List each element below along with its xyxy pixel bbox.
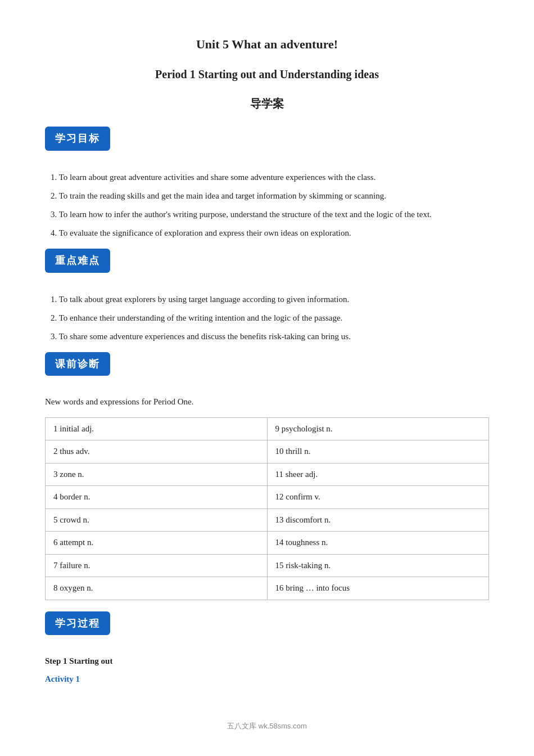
table-row: 1 initial adj.9 psychologist n.: [46, 417, 489, 440]
table-row: 6 attempt n.14 toughness n.: [46, 532, 489, 555]
objective-3: 3. To learn how to infer the author's wr…: [51, 207, 489, 222]
table-row: 7 failure n.15 risk-taking n.: [46, 554, 489, 577]
table-row: 2 thus adv.10 thrill n.: [46, 440, 489, 464]
table-row: 5 crowd n.13 discomfort n.: [46, 508, 489, 532]
sub-title: Period 1 Starting out and Understanding …: [45, 65, 489, 84]
objective-1: 1. To learn about great adventure activi…: [51, 170, 489, 185]
objective-2: 2. To train the reading skills and get t…: [51, 188, 489, 204]
process-section: 学习过程: [45, 611, 489, 646]
vocab-left-3: 3 zone n.: [46, 463, 268, 486]
key-point-3: 3. To share some adventure experiences a…: [51, 329, 489, 344]
key-points-badge: 重点难点: [45, 249, 110, 273]
table-row: 4 border n.12 confirm v.: [46, 486, 489, 509]
vocab-left-5: 5 crowd n.: [46, 508, 268, 532]
vocab-left-7: 7 failure n.: [46, 554, 268, 577]
vocab-right-3: 11 sheer adj.: [267, 463, 489, 486]
objective-4: 4. To evaluate the significance of explo…: [51, 226, 489, 241]
main-title: Unit 5 What an adventure!: [45, 34, 489, 55]
footer: 五八文库 wk.58sms.com: [45, 720, 489, 732]
key-point-2: 2. To enhance their understanding of the…: [51, 310, 489, 326]
vocab-left-1: 1 initial adj.: [46, 417, 268, 440]
vocab-right-8: 16 bring … into focus: [267, 577, 489, 600]
vocab-table: 1 initial adj.9 psychologist n.2 thus ad…: [45, 417, 489, 600]
vocab-right-2: 10 thrill n.: [267, 440, 489, 464]
pre-class-section: 课前诊断: [45, 352, 489, 386]
table-row: 3 zone n.11 sheer adj.: [46, 463, 489, 486]
table-row: 8 oxygen n.16 bring … into focus: [46, 577, 489, 600]
vocab-left-4: 4 border n.: [46, 486, 268, 509]
process-badge: 学习过程: [45, 611, 110, 636]
vocab-right-6: 14 toughness n.: [267, 532, 489, 555]
guide-title: 导学案: [45, 94, 489, 113]
objectives-section: 学习目标: [45, 127, 489, 161]
pre-class-badge: 课前诊断: [45, 352, 110, 376]
key-points-section: 重点难点: [45, 249, 489, 283]
objectives-badge: 学习目标: [45, 127, 110, 151]
key-point-1: 1. To talk about great explorers by usin…: [51, 292, 489, 307]
objectives-list: 1. To learn about great adventure activi…: [51, 170, 489, 241]
key-points-list: 1. To talk about great explorers by usin…: [51, 292, 489, 344]
vocab-right-1: 9 psychologist n.: [267, 417, 489, 440]
step1-heading: Step 1 Starting out: [45, 654, 489, 669]
activity1-label: Activity 1: [45, 672, 489, 687]
vocab-right-4: 12 confirm v.: [267, 486, 489, 509]
pre-class-intro: New words and expressions for Period One…: [45, 395, 489, 410]
vocab-left-2: 2 thus adv.: [46, 440, 268, 464]
vocab-left-8: 8 oxygen n.: [46, 577, 268, 600]
vocab-right-7: 15 risk-taking n.: [267, 554, 489, 577]
vocab-left-6: 6 attempt n.: [46, 532, 268, 555]
vocab-right-5: 13 discomfort n.: [267, 508, 489, 532]
